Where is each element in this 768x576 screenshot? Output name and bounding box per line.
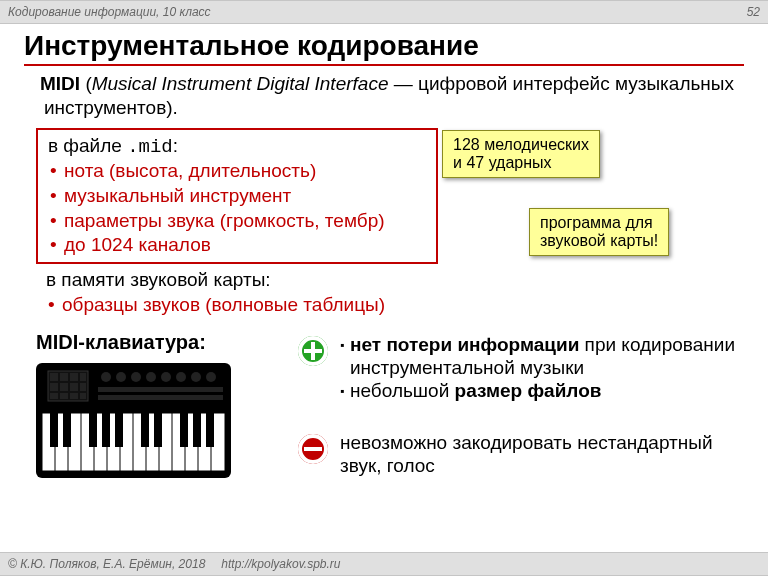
keyboard-image bbox=[36, 363, 231, 482]
svg-point-20 bbox=[191, 372, 201, 382]
plus-icon bbox=[298, 336, 328, 366]
svg-rect-49 bbox=[180, 413, 188, 447]
svg-rect-10 bbox=[50, 393, 58, 399]
svg-rect-23 bbox=[98, 395, 223, 400]
box-bullet: до 1024 каналов bbox=[48, 233, 426, 258]
svg-rect-9 bbox=[80, 383, 86, 391]
svg-rect-2 bbox=[50, 373, 58, 381]
svg-point-15 bbox=[116, 372, 126, 382]
svg-rect-48 bbox=[154, 413, 162, 447]
box-bullet: музыкальный инструмент bbox=[48, 184, 426, 209]
midi-english: Musical Instrument Digital Interface bbox=[92, 73, 389, 94]
midi-definition: MIDI (Musical Instrument Digital Interfa… bbox=[40, 72, 740, 120]
svg-rect-5 bbox=[80, 373, 86, 381]
svg-rect-12 bbox=[70, 393, 78, 399]
disadvantage-text: невозможно закодировать нестандартный зв… bbox=[340, 432, 740, 478]
svg-rect-42 bbox=[50, 413, 58, 447]
svg-rect-11 bbox=[60, 393, 68, 399]
slide-footer: © К.Ю. Поляков, Е.А. Ерёмин, 2018 http:/… bbox=[0, 552, 768, 576]
keyboard-icon bbox=[36, 363, 231, 478]
box-bullet: параметры звука (громкость, тембр) bbox=[48, 209, 426, 234]
box-bullets: нота (высота, длительность) музыкальный … bbox=[48, 159, 426, 258]
svg-point-19 bbox=[176, 372, 186, 382]
footer-url: http://kpolyakov.spb.ru bbox=[221, 557, 340, 571]
mid-file-box: в файле .mid: нота (высота, длительность… bbox=[36, 128, 438, 264]
lower-columns: MIDI-клавиатура: bbox=[36, 331, 740, 482]
advantage-item: нет потери информации при кодировании ин… bbox=[340, 334, 740, 380]
svg-rect-43 bbox=[63, 413, 71, 447]
below-bullet: образцы звуков (волновые таблицы) bbox=[46, 293, 740, 318]
slide-content: MIDI (Musical Instrument Digital Interfa… bbox=[0, 72, 768, 482]
midi-dash: — bbox=[388, 73, 418, 94]
svg-point-14 bbox=[101, 372, 111, 382]
below-bullets: образцы звуков (волновые таблицы) bbox=[46, 293, 740, 318]
svg-rect-50 bbox=[193, 413, 201, 447]
header-left: Кодирование информации, 10 класс bbox=[8, 5, 211, 19]
soundcard-memory: в памяти звуковой карты: образцы звуков … bbox=[46, 268, 740, 317]
callout-program: программа для звуковой карты! bbox=[529, 208, 669, 257]
box-lead: в файле .mid: bbox=[48, 134, 426, 160]
callout-instruments: 128 мелодических и 47 ударных bbox=[442, 130, 600, 179]
advantages-text: нет потери информации при кодировании ин… bbox=[340, 334, 740, 402]
page-number: 52 bbox=[747, 5, 760, 19]
svg-rect-8 bbox=[70, 383, 78, 391]
disadvantage-block: невозможно закодировать нестандартный зв… bbox=[298, 432, 740, 482]
svg-rect-13 bbox=[80, 393, 86, 399]
box-bullet: нота (высота, длительность) bbox=[48, 159, 426, 184]
svg-rect-46 bbox=[115, 413, 123, 447]
svg-rect-7 bbox=[60, 383, 68, 391]
svg-rect-3 bbox=[60, 373, 68, 381]
advantages-block: нет потери информации при кодировании ин… bbox=[298, 334, 740, 422]
advantage-item: небольшой размер файлов bbox=[340, 380, 740, 403]
svg-point-21 bbox=[206, 372, 216, 382]
svg-rect-51 bbox=[206, 413, 214, 447]
midi-abbr: MIDI bbox=[40, 73, 80, 94]
slide-header: Кодирование информации, 10 класс 52 bbox=[0, 0, 768, 24]
footer-copyright: © К.Ю. Поляков, Е.А. Ерёмин, 2018 bbox=[8, 557, 205, 571]
svg-rect-45 bbox=[102, 413, 110, 447]
svg-rect-44 bbox=[89, 413, 97, 447]
slide-title: Инструментальное кодирование bbox=[24, 30, 744, 66]
svg-rect-4 bbox=[70, 373, 78, 381]
svg-point-17 bbox=[146, 372, 156, 382]
below-lead: в памяти звуковой карты: bbox=[46, 268, 740, 293]
svg-rect-22 bbox=[98, 387, 223, 392]
minus-icon bbox=[298, 434, 328, 464]
svg-rect-47 bbox=[141, 413, 149, 447]
file-ext: .mid bbox=[127, 136, 173, 158]
slide: Кодирование информации, 10 класс 52 Инст… bbox=[0, 0, 768, 576]
svg-rect-6 bbox=[50, 383, 58, 391]
svg-point-16 bbox=[131, 372, 141, 382]
svg-point-18 bbox=[161, 372, 171, 382]
